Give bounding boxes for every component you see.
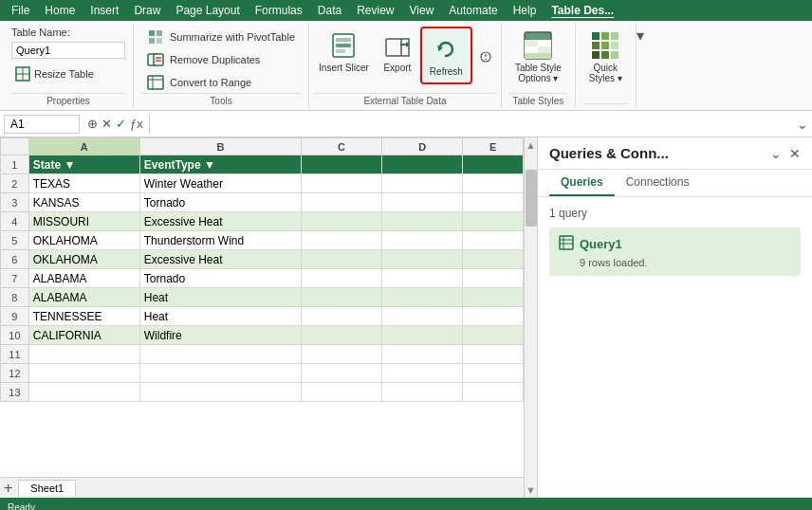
sheet-scroll[interactable]: A B C D E 1State ▼EventType ▼2TEXASWinte… <box>0 137 524 477</box>
resize-table-button[interactable]: Resize Table <box>11 64 125 83</box>
cell-8-4[interactable] <box>382 288 463 307</box>
cell-12-2[interactable] <box>139 364 301 383</box>
refresh-button[interactable]: Refresh <box>424 30 469 81</box>
refresh-extra-button[interactable] <box>474 27 497 87</box>
cell-5-4[interactable] <box>382 231 463 250</box>
cell-9-5[interactable] <box>463 307 524 326</box>
cell-7-3[interactable] <box>301 269 381 288</box>
scroll-down-arrow[interactable]: ▼ <box>525 484 537 496</box>
menu-page-layout[interactable]: Page Layout <box>168 2 247 19</box>
cell-2-4[interactable] <box>382 174 463 193</box>
cell-12-1[interactable] <box>28 364 139 383</box>
menu-home[interactable]: Home <box>37 2 83 19</box>
convert-to-range-button[interactable]: Convert to Range <box>141 72 301 93</box>
cell-3-1[interactable]: KANSAS <box>28 193 139 212</box>
cell-9-4[interactable] <box>382 307 463 326</box>
cell-11-3[interactable] <box>301 345 381 364</box>
cell-reference-input[interactable] <box>4 115 80 134</box>
cell-10-1[interactable]: CALIFORNIA <box>28 326 139 345</box>
menu-view[interactable]: View <box>402 2 442 19</box>
cell-6-3[interactable] <box>301 250 381 269</box>
cell-6-2[interactable]: Excessive Heat <box>139 250 301 269</box>
cell-5-2[interactable]: Thunderstorm Wind <box>139 231 301 250</box>
col-header-e[interactable]: E <box>463 138 524 155</box>
cell-2-3[interactable] <box>301 174 381 193</box>
query-item-query1[interactable]: Query1 9 rows loaded. <box>549 228 801 276</box>
cell-8-2[interactable]: Heat <box>139 288 301 307</box>
cell-2-2[interactable]: Winter Weather <box>139 174 301 193</box>
cell-4-4[interactable] <box>382 212 463 231</box>
add-sheet-icon[interactable]: + <box>4 480 12 497</box>
cell-1-4[interactable] <box>382 155 463 174</box>
cell-10-5[interactable] <box>463 326 524 345</box>
col-header-a[interactable]: A <box>28 138 139 155</box>
cell-9-1[interactable]: TENNESSEE <box>28 307 139 326</box>
cell-4-5[interactable] <box>463 212 524 231</box>
cell-12-5[interactable] <box>463 364 524 383</box>
panel-tab-queries[interactable]: Queries <box>549 170 615 196</box>
cell-3-2[interactable]: Tornado <box>139 193 301 212</box>
cell-7-2[interactable]: Tornado <box>139 269 301 288</box>
formula-expand-icon[interactable]: ⊕ <box>87 117 98 131</box>
cell-11-1[interactable] <box>28 345 139 364</box>
cell-7-5[interactable] <box>463 269 524 288</box>
cell-8-3[interactable] <box>301 288 381 307</box>
col-header-c[interactable]: C <box>301 138 381 155</box>
cell-4-2[interactable]: Excessive Heat <box>139 212 301 231</box>
menu-draw[interactable]: Draw <box>126 2 168 19</box>
cell-5-3[interactable] <box>301 231 381 250</box>
cell-6-5[interactable] <box>463 250 524 269</box>
formula-input[interactable] <box>152 118 797 131</box>
menu-help[interactable]: Help <box>506 2 544 19</box>
cell-3-3[interactable] <box>301 193 381 212</box>
menu-table-design[interactable]: Table Des... <box>544 2 621 19</box>
cell-2-5[interactable] <box>463 174 524 193</box>
quick-styles-button[interactable]: QuickStyles ▾ <box>583 27 628 87</box>
cell-1-1[interactable]: State ▼ <box>28 155 139 174</box>
cell-9-2[interactable]: Heat <box>139 307 301 326</box>
cell-6-1[interactable]: OKLAHOMA <box>28 250 139 269</box>
vertical-scrollbar[interactable]: ▲ ▼ <box>524 137 537 498</box>
menu-data[interactable]: Data <box>310 2 349 19</box>
cell-9-3[interactable] <box>301 307 381 326</box>
cell-11-5[interactable] <box>463 345 524 364</box>
menu-review[interactable]: Review <box>349 2 401 19</box>
cell-13-2[interactable] <box>139 383 301 402</box>
scroll-up-arrow[interactable]: ▲ <box>525 139 537 151</box>
cell-5-1[interactable]: OKLAHOMA <box>28 231 139 250</box>
function-icon[interactable]: ƒx <box>130 117 143 131</box>
cell-13-3[interactable] <box>301 383 381 402</box>
cell-1-2[interactable]: EventType ▼ <box>139 155 301 174</box>
cell-3-4[interactable] <box>382 193 463 212</box>
remove-duplicates-button[interactable]: Remove Duplicates <box>141 49 301 70</box>
menu-insert[interactable]: Insert <box>83 2 126 19</box>
cell-1-3[interactable] <box>301 155 381 174</box>
cell-13-1[interactable] <box>28 383 139 402</box>
table-name-input[interactable] <box>11 42 125 59</box>
cell-12-4[interactable] <box>382 364 463 383</box>
menu-file[interactable]: File <box>4 2 37 19</box>
cell-12-3[interactable] <box>301 364 381 383</box>
cell-10-3[interactable] <box>301 326 381 345</box>
cell-7-4[interactable] <box>382 269 463 288</box>
cell-3-5[interactable] <box>463 193 524 212</box>
cell-4-1[interactable]: MISSOURI <box>28 212 139 231</box>
cell-11-4[interactable] <box>382 345 463 364</box>
cell-8-1[interactable]: ALABAMA <box>28 288 139 307</box>
cell-2-1[interactable]: TEXAS <box>28 174 139 193</box>
table-style-options-button[interactable]: Table StyleOptions ▾ <box>509 27 567 87</box>
formula-bar-expand-icon[interactable]: ⌄ <box>797 117 808 132</box>
formula-confirm-icon[interactable]: ✓ <box>116 117 126 131</box>
panel-close-icon[interactable]: ✕ <box>789 146 801 161</box>
cell-1-5[interactable] <box>463 155 524 174</box>
cell-7-1[interactable]: ALABAMA <box>28 269 139 288</box>
cell-13-4[interactable] <box>382 383 463 402</box>
menu-automate[interactable]: Automate <box>441 2 505 19</box>
insert-slicer-button[interactable]: Insert Slicer <box>313 27 375 77</box>
export-button[interactable]: Export <box>377 27 418 77</box>
panel-collapse-icon[interactable]: ⌄ <box>770 146 782 161</box>
formula-cancel-icon[interactable]: ✕ <box>102 117 112 131</box>
cell-10-4[interactable] <box>382 326 463 345</box>
cell-11-2[interactable] <box>139 345 301 364</box>
scrollbar-thumb[interactable] <box>526 170 537 227</box>
